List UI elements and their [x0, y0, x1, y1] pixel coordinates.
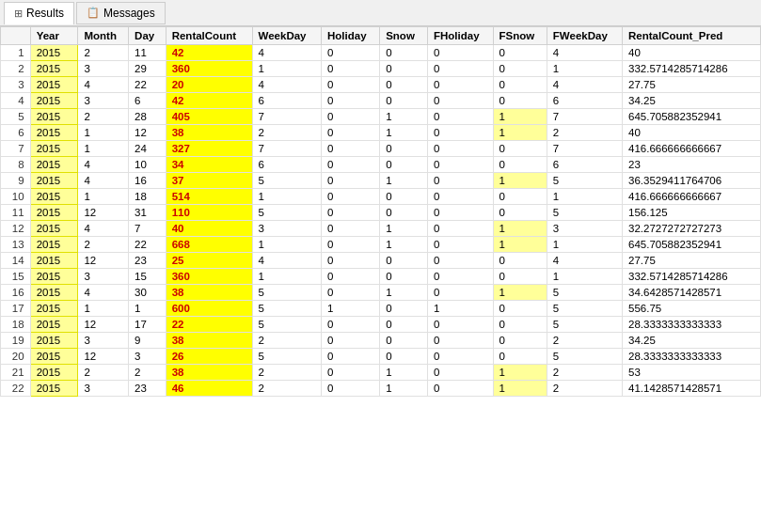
cell-rental: 42 — [166, 93, 252, 109]
cell-fweekday: 1 — [547, 237, 622, 253]
tab-messages[interactable]: 📋 Messages — [76, 2, 166, 24]
cell-snow: 1 — [380, 221, 428, 237]
cell-rental: 600 — [166, 301, 252, 317]
cell-holiday: 0 — [322, 125, 380, 141]
cell-fholiday: 0 — [428, 141, 494, 157]
table-row: 820154103460000623 — [1, 157, 761, 173]
cell-month: 1 — [78, 301, 129, 317]
cell-holiday: 0 — [322, 173, 380, 189]
cell-month: 12 — [78, 349, 129, 365]
cell-fweekday: 4 — [547, 77, 622, 93]
cell-rownum: 13 — [1, 237, 31, 253]
cell-holiday: 1 — [322, 301, 380, 317]
cell-rental: 40 — [166, 221, 252, 237]
cell-fweekday: 5 — [547, 301, 622, 317]
cell-rownum: 2 — [1, 61, 31, 77]
cell-month: 2 — [78, 109, 129, 125]
cell-year: 2015 — [30, 333, 78, 349]
cell-fweekday: 7 — [547, 109, 622, 125]
cell-fsnow: 0 — [493, 269, 547, 285]
cell-pred: 34.25 — [623, 333, 761, 349]
cell-fholiday: 0 — [428, 365, 494, 381]
cell-fsnow: 0 — [493, 253, 547, 269]
cell-pred: 53 — [623, 365, 761, 381]
cell-year: 2015 — [30, 269, 78, 285]
cell-fweekday: 2 — [547, 333, 622, 349]
cell-rownum: 7 — [1, 141, 31, 157]
cell-year: 2015 — [30, 237, 78, 253]
cell-pred: 36.3529411764706 — [623, 173, 761, 189]
cell-year: 2015 — [30, 125, 78, 141]
col-header-fweekday: FWeekDay — [547, 27, 622, 45]
cell-rownum: 12 — [1, 221, 31, 237]
cell-snow: 0 — [380, 93, 428, 109]
cell-month: 1 — [78, 125, 129, 141]
cell-snow: 0 — [380, 77, 428, 93]
cell-rental: 405 — [166, 109, 252, 125]
cell-fweekday: 4 — [547, 45, 622, 61]
cell-snow: 1 — [380, 109, 428, 125]
cell-rownum: 17 — [1, 301, 31, 317]
cell-rownum: 16 — [1, 285, 31, 301]
cell-day: 3 — [129, 349, 166, 365]
cell-weekday: 6 — [252, 157, 321, 173]
cell-rental: 38 — [166, 125, 252, 141]
cell-snow: 0 — [380, 301, 428, 317]
cell-month: 4 — [78, 157, 129, 173]
cell-snow: 0 — [380, 189, 428, 205]
cell-weekday: 5 — [252, 349, 321, 365]
cell-year: 2015 — [30, 141, 78, 157]
cell-snow: 0 — [380, 45, 428, 61]
cell-fsnow: 0 — [493, 317, 547, 333]
cell-year: 2015 — [30, 109, 78, 125]
table-row: 320154222040000427.75 — [1, 77, 761, 93]
cell-fweekday: 2 — [547, 381, 622, 397]
cell-rental: 37 — [166, 173, 252, 189]
cell-rental: 22 — [166, 317, 252, 333]
tab-messages-label: Messages — [103, 7, 155, 20]
cell-fsnow: 1 — [493, 221, 547, 237]
tab-results[interactable]: ⊞ Results — [4, 2, 74, 24]
cell-day: 1 — [129, 301, 166, 317]
cell-rental: 38 — [166, 285, 252, 301]
cell-rental: 668 — [166, 237, 252, 253]
cell-weekday: 5 — [252, 173, 321, 189]
col-header-snow: Snow — [380, 27, 428, 45]
cell-fsnow: 1 — [493, 285, 547, 301]
cell-year: 2015 — [30, 349, 78, 365]
col-header-fsnow: FSnow — [493, 27, 547, 45]
table-row: 132015222668101011645.705882352941 — [1, 237, 761, 253]
cell-year: 2015 — [30, 285, 78, 301]
cell-rental: 327 — [166, 141, 252, 157]
cell-fsnow: 1 — [493, 125, 547, 141]
table-row: 212015223820101253 — [1, 365, 761, 381]
col-header-rentalcount: RentalCount — [166, 27, 252, 45]
cell-weekday: 1 — [252, 269, 321, 285]
cell-snow: 0 — [380, 317, 428, 333]
cell-day: 22 — [129, 237, 166, 253]
cell-rownum: 14 — [1, 253, 31, 269]
cell-snow: 1 — [380, 285, 428, 301]
cell-fholiday: 0 — [428, 61, 494, 77]
cell-day: 2 — [129, 365, 166, 381]
cell-holiday: 0 — [322, 349, 380, 365]
cell-fholiday: 0 — [428, 237, 494, 253]
cell-fholiday: 0 — [428, 173, 494, 189]
cell-fweekday: 4 — [547, 253, 622, 269]
cell-fsnow: 0 — [493, 333, 547, 349]
cell-year: 2015 — [30, 253, 78, 269]
cell-pred: 23 — [623, 157, 761, 173]
cell-year: 2015 — [30, 93, 78, 109]
cell-holiday: 0 — [322, 381, 380, 397]
cell-fweekday: 5 — [547, 205, 622, 221]
cell-month: 1 — [78, 141, 129, 157]
cell-fholiday: 0 — [428, 269, 494, 285]
cell-day: 23 — [129, 253, 166, 269]
cell-holiday: 0 — [322, 333, 380, 349]
cell-month: 4 — [78, 285, 129, 301]
cell-rental: 38 — [166, 365, 252, 381]
cell-pred: 416.666666666667 — [623, 141, 761, 157]
cell-day: 6 — [129, 93, 166, 109]
cell-day: 22 — [129, 77, 166, 93]
cell-day: 24 — [129, 141, 166, 157]
